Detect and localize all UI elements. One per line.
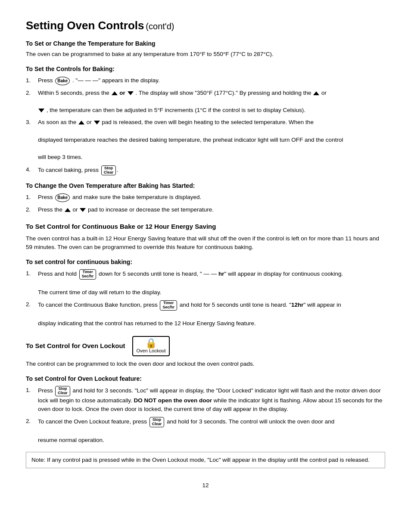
arrow-up-icon-3	[78, 121, 84, 124]
arrow-down-icon-3	[94, 121, 100, 124]
bake-btn-2: Bake	[55, 193, 70, 202]
lockout-note-text: Note: If any control pad is pressed whil…	[31, 457, 370, 463]
stop-clear-btn-3: StopClear	[149, 417, 165, 427]
lockout-note-box: Note: If any control pad is pressed whil…	[26, 452, 385, 468]
stop-clear-btn-2: StopClear	[55, 386, 70, 396]
step-2-num: 2.	[26, 89, 38, 97]
lo-step-2-num: 2.	[26, 417, 38, 426]
cb-step-2-content: To cancel the Continuous Bake function, …	[38, 300, 385, 328]
section-baking-subheading: To Set the Controls for Baking:	[26, 65, 385, 74]
continuous-bake-heading: To Set Control for Continuous Bake or 12…	[26, 222, 385, 232]
baking-steps-list: 1. Press Bake . "— — —" appears in the d…	[26, 76, 385, 175]
timer-btn-2: TimerSec/hr	[160, 300, 177, 311]
arrow-down-icon-2	[38, 109, 44, 112]
lo-step-1-content: Press StopClear and hold for 3 seconds. …	[38, 386, 385, 414]
arrow-up-icon-4	[65, 208, 71, 212]
lock-icon: 🔒	[145, 339, 157, 348]
page-title: Setting Oven Controls	[26, 19, 144, 32]
step-3-content: As soon as the or pad is released, the o…	[38, 118, 385, 162]
step-1-content: Press Bake . "— — —" appears in the disp…	[38, 76, 385, 85]
section-baking-intro: The oven can be programmed to bake at an…	[26, 50, 385, 59]
page-number: 12	[26, 481, 385, 490]
step-4-num: 4.	[26, 165, 38, 174]
arrow-up-icon-1	[112, 91, 118, 95]
continuous-bake-intro: The oven control has a built-in 12 Hour …	[26, 234, 385, 252]
lo-step-2-content: To cancel the Oven Lockout feature, pres…	[38, 417, 385, 445]
section-baking-temp: To Set or Change the Temperature for Bak…	[26, 39, 385, 175]
continuous-bake-subheading: To set control for continuous baking:	[26, 258, 385, 267]
lockout-steps: 1. Press StopClear and hold for 3 second…	[26, 386, 385, 445]
cb-step-2: 2. To cancel the Continuous Bake functio…	[26, 300, 385, 328]
arrow-up-icon-2	[313, 91, 319, 95]
continuous-bake-steps: 1. Press and hold TimerSec/hr down for 5…	[26, 269, 385, 328]
section-oven-lockout: To Set Control for Oven Lockout 🔒 Oven L…	[26, 336, 385, 468]
cb-step-2-num: 2.	[26, 300, 38, 309]
step-3-num: 3.	[26, 118, 38, 127]
step-1-num: 1.	[26, 76, 38, 85]
baking-step-2: 2. Within 5 seconds, press the or . The …	[26, 89, 385, 115]
lockout-header: To Set Control for Oven Lockout 🔒 Oven L…	[26, 336, 385, 356]
lo-step-1-num: 1.	[26, 386, 38, 395]
change-temp-heading: To Change the Oven Temperature after Bak…	[26, 181, 385, 190]
baking-step-3: 3. As soon as the or pad is released, th…	[26, 118, 385, 162]
bake-btn-1: Bake	[55, 77, 70, 85]
lockout-step-2: 2. To cancel the Oven Lockout feature, p…	[26, 417, 385, 445]
baking-step-1: 1. Press Bake . "— — —" appears in the d…	[26, 76, 385, 85]
arrow-down-icon-1	[128, 91, 134, 95]
change-temp-step-1: 1. Press Bake and make sure the bake tem…	[26, 193, 385, 202]
ct-step-2-content: Press the or pad to increase or decrease…	[38, 205, 385, 214]
page-contd: (cont'd)	[146, 22, 174, 31]
lockout-step-1: 1. Press StopClear and hold for 3 second…	[26, 386, 385, 414]
change-temp-step-2: 2. Press the or pad to increase or decre…	[26, 205, 385, 214]
baking-step-4: 4. To cancel baking, press StopClear.	[26, 165, 385, 176]
step-2-content: Within 5 seconds, press the or . The dis…	[38, 89, 385, 115]
section-continuous-bake: To Set Control for Continuous Bake or 12…	[26, 222, 385, 328]
cb-step-1-content: Press and hold TimerSec/hr down for 5 se…	[38, 269, 385, 297]
ct-step-1-content: Press Bake and make sure the bake temper…	[38, 193, 385, 202]
ct-step-1-num: 1.	[26, 193, 38, 202]
cb-step-1: 1. Press and hold TimerSec/hr down for 5…	[26, 269, 385, 297]
lockout-feature-subheading: To set Control for Oven Lockout feature:	[26, 374, 385, 383]
stop-clear-btn-1: StopClear	[101, 165, 116, 176]
change-temp-steps: 1. Press Bake and make sure the bake tem…	[26, 193, 385, 214]
oven-lockout-icon: 🔒 Oven Lockout	[132, 336, 170, 356]
lockout-heading: To Set Control for Oven Lockout	[26, 341, 125, 351]
step-4-content: To cancel baking, press StopClear.	[38, 165, 385, 176]
lockout-icon-label: Oven Lockout	[137, 348, 166, 354]
cb-step-1-num: 1.	[26, 269, 38, 278]
arrow-down-icon-4	[80, 208, 86, 212]
lockout-intro: The control can be programmed to lock th…	[26, 360, 385, 368]
section-baking-heading: To Set or Change the Temperature for Bak…	[26, 39, 385, 48]
timer-btn-1: TimerSec/hr	[79, 269, 97, 280]
section-change-temp: To Change the Oven Temperature after Bak…	[26, 181, 385, 214]
ct-step-2-num: 2.	[26, 205, 38, 214]
